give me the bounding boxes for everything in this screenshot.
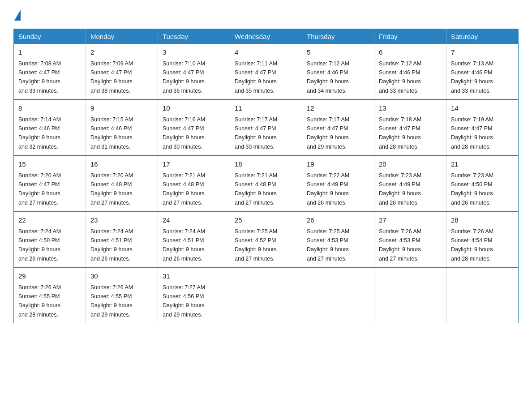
calendar-week-row: 8 Sunrise: 7:14 AMSunset: 4:46 PMDayligh… — [14, 99, 519, 155]
day-info: Sunrise: 7:25 AMSunset: 4:52 PMDaylight:… — [235, 228, 277, 262]
day-number: 8 — [18, 103, 81, 114]
calendar-cell: 4 Sunrise: 7:11 AMSunset: 4:47 PMDayligh… — [230, 44, 302, 99]
day-number: 17 — [163, 159, 225, 170]
calendar-cell: 13 Sunrise: 7:18 AMSunset: 4:47 PMDaylig… — [374, 99, 446, 155]
day-info: Sunrise: 7:27 AMSunset: 4:56 PMDaylight:… — [163, 284, 205, 318]
calendar-cell: 12 Sunrise: 7:17 AMSunset: 4:47 PMDaylig… — [302, 99, 374, 155]
day-number: 13 — [379, 103, 442, 114]
day-info: Sunrise: 7:23 AMSunset: 4:49 PMDaylight:… — [379, 172, 421, 206]
day-info: Sunrise: 7:21 AMSunset: 4:48 PMDaylight:… — [235, 172, 277, 206]
day-number: 6 — [379, 47, 442, 58]
day-info: Sunrise: 7:22 AMSunset: 4:49 PMDaylight:… — [307, 172, 349, 206]
day-info: Sunrise: 7:18 AMSunset: 4:47 PMDaylight:… — [379, 116, 421, 150]
calendar-cell — [230, 267, 302, 323]
day-info: Sunrise: 7:10 AMSunset: 4:47 PMDaylight:… — [163, 60, 205, 94]
calendar-cell — [374, 267, 446, 323]
day-number: 22 — [18, 215, 81, 226]
calendar-cell: 15 Sunrise: 7:20 AMSunset: 4:47 PMDaylig… — [14, 155, 86, 211]
column-header-monday: Monday — [86, 29, 158, 44]
calendar-cell: 11 Sunrise: 7:17 AMSunset: 4:47 PMDaylig… — [230, 99, 302, 155]
day-number: 23 — [90, 215, 153, 226]
day-info: Sunrise: 7:24 AMSunset: 4:51 PMDaylight:… — [90, 228, 133, 262]
day-info: Sunrise: 7:13 AMSunset: 4:46 PMDaylight:… — [451, 60, 493, 94]
day-info: Sunrise: 7:08 AMSunset: 4:47 PMDaylight:… — [18, 60, 61, 94]
day-info: Sunrise: 7:24 AMSunset: 4:51 PMDaylight:… — [163, 228, 205, 262]
day-info: Sunrise: 7:09 AMSunset: 4:47 PMDaylight:… — [90, 60, 133, 94]
column-header-tuesday: Tuesday — [158, 29, 230, 44]
logo-text — [13, 9, 21, 21]
calendar-cell — [446, 267, 519, 323]
column-header-saturday: Saturday — [446, 29, 519, 44]
calendar-cell: 29 Sunrise: 7:26 AMSunset: 4:55 PMDaylig… — [14, 267, 86, 323]
logo — [13, 9, 21, 21]
day-info: Sunrise: 7:12 AMSunset: 4:46 PMDaylight:… — [379, 60, 421, 94]
day-number: 2 — [90, 47, 153, 58]
calendar-cell: 14 Sunrise: 7:19 AMSunset: 4:47 PMDaylig… — [446, 99, 519, 155]
day-number: 27 — [379, 215, 442, 226]
calendar-cell: 22 Sunrise: 7:24 AMSunset: 4:50 PMDaylig… — [14, 211, 86, 267]
column-header-thursday: Thursday — [302, 29, 374, 44]
day-info: Sunrise: 7:26 AMSunset: 4:55 PMDaylight:… — [18, 284, 61, 318]
calendar-cell: 23 Sunrise: 7:24 AMSunset: 4:51 PMDaylig… — [86, 211, 158, 267]
day-info: Sunrise: 7:20 AMSunset: 4:48 PMDaylight:… — [90, 172, 133, 206]
calendar-cell: 9 Sunrise: 7:15 AMSunset: 4:46 PMDayligh… — [86, 99, 158, 155]
day-number: 24 — [163, 215, 225, 226]
day-info: Sunrise: 7:24 AMSunset: 4:50 PMDaylight:… — [18, 228, 61, 262]
day-info: Sunrise: 7:23 AMSunset: 4:50 PMDaylight:… — [451, 172, 493, 206]
day-number: 20 — [379, 159, 442, 170]
day-number: 9 — [90, 103, 153, 114]
day-number: 26 — [307, 215, 369, 226]
calendar-cell — [302, 267, 374, 323]
column-header-friday: Friday — [374, 29, 446, 44]
day-info: Sunrise: 7:11 AMSunset: 4:47 PMDaylight:… — [235, 60, 277, 94]
day-number: 10 — [163, 103, 225, 114]
day-info: Sunrise: 7:25 AMSunset: 4:53 PMDaylight:… — [307, 228, 349, 262]
calendar-cell: 10 Sunrise: 7:16 AMSunset: 4:47 PMDaylig… — [158, 99, 230, 155]
day-number: 31 — [163, 271, 225, 282]
calendar-cell: 7 Sunrise: 7:13 AMSunset: 4:46 PMDayligh… — [446, 44, 519, 99]
day-number: 4 — [235, 47, 297, 58]
day-number: 30 — [90, 271, 153, 282]
day-number: 18 — [235, 159, 297, 170]
calendar-cell: 20 Sunrise: 7:23 AMSunset: 4:49 PMDaylig… — [374, 155, 446, 211]
day-number: 28 — [451, 215, 514, 226]
calendar-week-row: 1 Sunrise: 7:08 AMSunset: 4:47 PMDayligh… — [14, 44, 519, 99]
day-number: 29 — [18, 271, 81, 282]
calendar-cell: 30 Sunrise: 7:26 AMSunset: 4:55 PMDaylig… — [86, 267, 158, 323]
day-number: 15 — [18, 159, 81, 170]
calendar-cell: 17 Sunrise: 7:21 AMSunset: 4:48 PMDaylig… — [158, 155, 230, 211]
calendar-cell: 18 Sunrise: 7:21 AMSunset: 4:48 PMDaylig… — [230, 155, 302, 211]
calendar-cell: 21 Sunrise: 7:23 AMSunset: 4:50 PMDaylig… — [446, 155, 519, 211]
calendar-header-row: SundayMondayTuesdayWednesdayThursdayFrid… — [14, 29, 519, 44]
day-info: Sunrise: 7:17 AMSunset: 4:47 PMDaylight:… — [307, 116, 349, 150]
calendar-week-row: 22 Sunrise: 7:24 AMSunset: 4:50 PMDaylig… — [14, 211, 519, 267]
calendar-cell: 31 Sunrise: 7:27 AMSunset: 4:56 PMDaylig… — [158, 267, 230, 323]
column-header-wednesday: Wednesday — [230, 29, 302, 44]
calendar-cell: 26 Sunrise: 7:25 AMSunset: 4:53 PMDaylig… — [302, 211, 374, 267]
day-info: Sunrise: 7:26 AMSunset: 4:55 PMDaylight:… — [90, 284, 133, 318]
day-info: Sunrise: 7:26 AMSunset: 4:54 PMDaylight:… — [451, 228, 493, 262]
day-number: 14 — [451, 103, 514, 114]
day-info: Sunrise: 7:26 AMSunset: 4:53 PMDaylight:… — [379, 228, 421, 262]
calendar-cell: 5 Sunrise: 7:12 AMSunset: 4:46 PMDayligh… — [302, 44, 374, 99]
calendar-week-row: 29 Sunrise: 7:26 AMSunset: 4:55 PMDaylig… — [14, 267, 519, 323]
calendar-cell: 6 Sunrise: 7:12 AMSunset: 4:46 PMDayligh… — [374, 44, 446, 99]
calendar-cell: 3 Sunrise: 7:10 AMSunset: 4:47 PMDayligh… — [158, 44, 230, 99]
calendar-cell: 28 Sunrise: 7:26 AMSunset: 4:54 PMDaylig… — [446, 211, 519, 267]
day-number: 16 — [90, 159, 153, 170]
calendar-cell: 27 Sunrise: 7:26 AMSunset: 4:53 PMDaylig… — [374, 211, 446, 267]
day-info: Sunrise: 7:14 AMSunset: 4:46 PMDaylight:… — [18, 116, 61, 150]
day-number: 12 — [307, 103, 369, 114]
day-number: 5 — [307, 47, 369, 58]
day-number: 3 — [163, 47, 225, 58]
day-info: Sunrise: 7:17 AMSunset: 4:47 PMDaylight:… — [235, 116, 277, 150]
calendar-table: SundayMondayTuesdayWednesdayThursdayFrid… — [13, 29, 519, 323]
column-header-sunday: Sunday — [14, 29, 86, 44]
day-number: 1 — [18, 47, 81, 58]
calendar-cell: 1 Sunrise: 7:08 AMSunset: 4:47 PMDayligh… — [14, 44, 86, 99]
calendar-cell: 2 Sunrise: 7:09 AMSunset: 4:47 PMDayligh… — [86, 44, 158, 99]
day-info: Sunrise: 7:19 AMSunset: 4:47 PMDaylight:… — [451, 116, 493, 150]
logo-triangle-icon — [14, 10, 21, 21]
day-info: Sunrise: 7:21 AMSunset: 4:48 PMDaylight:… — [163, 172, 205, 206]
day-info: Sunrise: 7:12 AMSunset: 4:46 PMDaylight:… — [307, 60, 349, 94]
